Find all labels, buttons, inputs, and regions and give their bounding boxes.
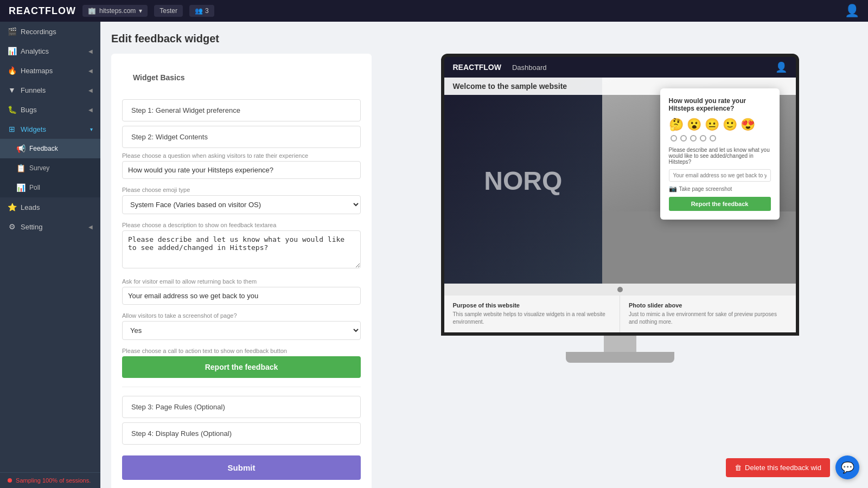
popup-screenshot: 📷 Take page screenshot (669, 185, 771, 192)
delete-button[interactable]: 🗑 Delete this feedback wid (726, 458, 830, 477)
cta-group: Please choose a call to action text to s… (122, 348, 361, 378)
logo: REACTFLOW (9, 5, 76, 17)
card1-title: Purpose of this website (453, 302, 611, 309)
sampling-text: Sampling 100% of sessions. (16, 477, 91, 484)
chevron-icon: ◀ (88, 107, 93, 113)
sidebar-item-survey[interactable]: 📋 Survey (0, 158, 100, 178)
sidebar-item-label: Funnels (21, 86, 46, 94)
monitor-avatar: 👤 (775, 61, 787, 73)
step1-row[interactable]: Step 1: General Widget preference (122, 99, 361, 121)
step2-row[interactable]: Step 2: Widget Contents (122, 126, 361, 148)
emoji-5[interactable]: 😍 (741, 118, 755, 132)
question-group: Please choose a question when asking vis… (122, 152, 361, 179)
sidebar-item-feedback[interactable]: 📢 Feedback (0, 139, 100, 158)
feedback-popup: How would you rate your Hitsteps experie… (660, 88, 780, 220)
sidebar-item-setting[interactable]: ⚙ Setting ◀ (0, 217, 100, 236)
norq-bg: NORQ (444, 78, 603, 284)
sidebar-item-analytics[interactable]: 📊 Analytics ◀ (0, 41, 100, 61)
sidebar-item-funnels[interactable]: ▼ Funnels ◀ (0, 80, 100, 100)
screenshot-select[interactable]: Yes No (122, 321, 361, 340)
sidebar-item-bugs[interactable]: 🐛 Bugs ◀ (0, 100, 100, 119)
popup-desc: Please describe and let us know what you… (669, 147, 771, 165)
description-group: Please choose a description to show on f… (122, 222, 361, 271)
email-label: Ask for visitor email to allow returning… (122, 278, 361, 285)
screenshot-icon: 📷 (669, 185, 677, 192)
monitor-content: Welcome to the sample website NORQ (444, 78, 796, 284)
emoji-4[interactable]: 🙂 (723, 118, 737, 132)
chevron-icon: ▾ (90, 126, 93, 132)
sampling-bar: Sampling 100% of sessions. (0, 472, 100, 488)
sampling-dot (8, 478, 12, 483)
radio-3[interactable] (690, 135, 697, 142)
radio-4[interactable] (700, 135, 706, 142)
emoji-1[interactable]: 🤔 (669, 118, 684, 132)
question-input[interactable] (122, 161, 361, 179)
sidebar-item-recordings[interactable]: 🎬 Recordings (0, 22, 100, 41)
step4-row[interactable]: Step 4: Display Rules (Optional) (122, 422, 361, 445)
delete-icon: 🗑 (735, 464, 742, 472)
submit-button[interactable]: Submit (122, 455, 361, 480)
step3-row[interactable]: Step 3: Page Rules (Optional) (122, 396, 361, 418)
popup-email-input[interactable] (669, 169, 771, 182)
recordings-icon: 🎬 (8, 27, 16, 36)
monitor-dashboard: Dashboard (512, 63, 547, 72)
sidebar-item-widgets[interactable]: ⊞ Widgets ▾ (0, 119, 100, 139)
popup-submit-button[interactable]: Report the feedback (669, 197, 771, 211)
popup-radios (669, 135, 771, 142)
chevron-icon: ◀ (88, 48, 93, 54)
delete-label: Delete this feedback wid (745, 464, 821, 472)
sidebar-item-label: Survey (29, 164, 49, 172)
chat-bubble[interactable]: 💬 (835, 455, 859, 479)
emoji-3[interactable]: 😐 (705, 118, 719, 132)
question-label: Please choose a question when asking vis… (122, 152, 361, 159)
screenshot-label: Allow visitors to take a screenshot of p… (122, 312, 361, 319)
description-label: Please choose a description to show on f… (122, 222, 361, 228)
screenshot-group: Allow visitors to take a screenshot of p… (122, 312, 361, 340)
monitor-card-1: Purpose of this website This sample webs… (444, 296, 621, 332)
sidebar-item-label: Widgets (21, 125, 46, 133)
stand-neck (604, 336, 636, 352)
funnels-icon: ▼ (8, 86, 16, 94)
topbar-avatar[interactable]: 👤 (845, 4, 859, 18)
survey-icon: 📋 (16, 164, 25, 172)
description-textarea[interactable]: Please describe and let us know what you… (122, 230, 361, 268)
emoji-2[interactable]: 😮 (687, 118, 701, 132)
step2-label: Step 2: Widget Contents (131, 133, 208, 141)
radio-2[interactable] (680, 135, 687, 142)
form-panel: Widget Basics Step 1: General Widget pre… (111, 54, 372, 488)
site-selector[interactable]: 🏢 hitsteps.com ▾ (82, 5, 148, 17)
chevron-icon: ◀ (88, 68, 93, 74)
monitor-screen: REACTFLOW Dashboard 👤 Welcome to the sam… (441, 54, 799, 336)
logo-react: REACT (9, 5, 45, 16)
cta-button-preview[interactable]: Report the feedback (122, 356, 361, 378)
monitor-stand (441, 336, 799, 363)
sidebar-item-leads[interactable]: ⭐ Leads (0, 197, 100, 217)
users-badge[interactable]: 👥 3 (189, 5, 214, 17)
card2-text: Just to mimic a live environment for sak… (629, 311, 787, 326)
radio-5[interactable] (710, 135, 716, 142)
two-col-layout: Widget Basics Step 1: General Widget pre… (111, 54, 857, 488)
sidebar-item-heatmaps[interactable]: 🔥 Heatmaps ◀ (0, 61, 100, 80)
emoji-select[interactable]: System Face (Varies based on visitor OS)… (122, 195, 361, 214)
card2-title: Photo slider above (629, 302, 787, 309)
email-input[interactable] (122, 287, 361, 305)
tester-badge: Tester (154, 5, 183, 17)
email-group: Ask for visitor email to allow returning… (122, 278, 361, 305)
widget-basics-card: Widget Basics (122, 65, 361, 91)
heatmaps-icon: 🔥 (8, 66, 16, 75)
site-icon: 🏢 (88, 7, 96, 15)
preview-panel: REACTFLOW Dashboard 👤 Welcome to the sam… (382, 54, 857, 488)
monitor-card-2: Photo slider above Just to mimic a live … (620, 296, 796, 332)
sidebar-sub: 📢 Feedback 📋 Survey 📊 Poll (0, 139, 100, 197)
users-icon: 👥 (195, 7, 203, 15)
sidebar-item-poll[interactable]: 📊 Poll (0, 178, 100, 197)
chevron-icon: ◀ (88, 224, 93, 230)
sidebar-item-label: Feedback (29, 145, 58, 152)
bugs-icon: 🐛 (8, 105, 16, 114)
chevron-icon: ◀ (88, 87, 93, 93)
step3-label: Step 3: Page Rules (Optional) (131, 403, 225, 411)
dropdown-icon: ▾ (139, 7, 142, 15)
radio-1[interactable] (671, 135, 677, 142)
emoji-label: Please choose emoji type (122, 187, 361, 193)
monitor-topbar: REACTFLOW Dashboard 👤 (444, 57, 796, 78)
